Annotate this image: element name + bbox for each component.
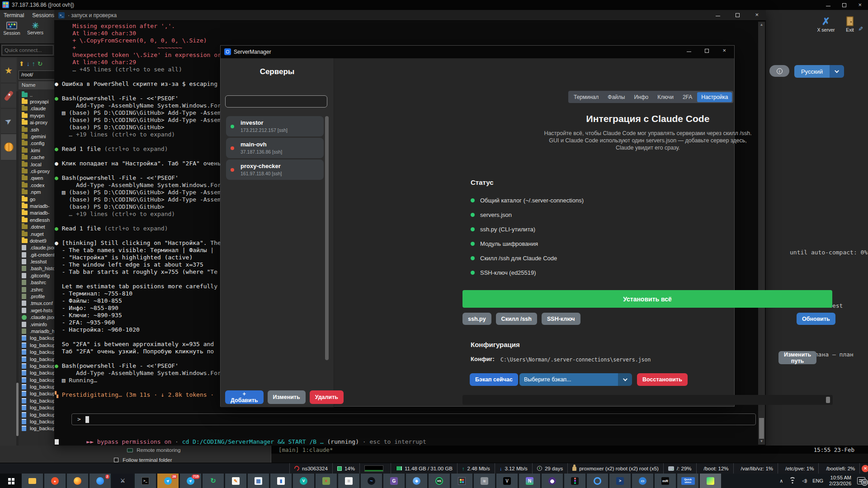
taskbar-app[interactable]: ⚔ [112, 474, 133, 488]
taskbar-app[interactable]: ~ [361, 474, 382, 488]
folder-up-icon[interactable]: ⬆ [19, 60, 24, 67]
minimize-icon[interactable] [716, 14, 720, 16]
taskbar-app[interactable]: ≈ [474, 474, 495, 488]
taskbar-app[interactable]: ▭ [632, 474, 653, 488]
scroll-down-icon[interactable]: ▼ [758, 438, 765, 445]
taskbar-app[interactable]: ↻ [203, 474, 224, 488]
taskbar-app[interactable] [564, 474, 585, 488]
maximize-icon[interactable] [842, 3, 846, 7]
language-dropdown[interactable]: Русский [794, 65, 844, 78]
taskbar-app[interactable]: >_ [135, 474, 156, 488]
quick-connect-input[interactable] [2, 45, 53, 55]
terminal-titlebar[interactable]: >_ · запуск и проверка × [54, 10, 766, 21]
taskbar-app[interactable]: ➤ 26 [157, 474, 179, 488]
x-server-button[interactable]: ✗ X server [816, 16, 836, 33]
taskbar-app[interactable] [700, 474, 721, 488]
change-path-button[interactable]: Изменить путь [778, 351, 816, 364]
add-server-button[interactable]: + Добавить [225, 390, 264, 404]
taskbar-app[interactable]: HS [429, 474, 450, 488]
taskbar-app[interactable]: V [293, 474, 314, 488]
tab[interactable]: 2FA [679, 92, 696, 102]
scrollbar-thumb[interactable] [826, 397, 830, 403]
taskbar-app[interactable]: ▮ [270, 474, 292, 488]
taskbar-app[interactable]: × [316, 474, 337, 488]
maximize-icon[interactable] [736, 13, 740, 17]
server-list-scrollbar[interactable] [325, 116, 329, 360]
notification-center-icon[interactable]: 32 [857, 477, 865, 484]
session-button[interactable]: Session [1, 22, 23, 42]
upload-icon[interactable]: ↑ [32, 60, 35, 67]
tab[interactable]: Терминал [570, 92, 603, 102]
server-list-item[interactable]: main-ovh 37.187.136.86 [ssh] [226, 138, 324, 158]
info-button[interactable]: i [769, 65, 789, 77]
install-all-button[interactable]: Установить всё [462, 290, 832, 308]
terminal-input-box[interactable]: > [71, 413, 756, 425]
taskbar-app[interactable]: G [383, 474, 405, 488]
menu-item[interactable]: Sessions [32, 12, 54, 19]
keyboard-language[interactable]: ENG [812, 478, 823, 483]
wifi-icon[interactable] [789, 478, 796, 483]
follow-terminal-folder-checkbox[interactable]: Follow terminal folder [114, 457, 172, 463]
taskbar-app[interactable]: mR [655, 474, 676, 488]
scrollbar-thumb[interactable] [759, 418, 764, 439]
tray-expand-icon[interactable]: ∧ [779, 478, 783, 484]
sftp-browser-tab[interactable] [1, 134, 16, 160]
menu-item[interactable]: Terminal [4, 12, 24, 19]
edit-server-button[interactable]: Изменить [268, 390, 306, 404]
download-icon[interactable]: ↓ [27, 60, 30, 67]
minimize-icon[interactable] [687, 49, 691, 52]
taskbar-app[interactable]: Quick utmo [677, 474, 698, 488]
tab[interactable]: Ключи [653, 92, 678, 102]
close-icon[interactable]: × [722, 48, 726, 53]
file-list-scrollbar[interactable] [16, 91, 19, 448]
tools-tab[interactable] [1, 84, 16, 108]
terminal-scrollbar[interactable]: ▲ ▼ [758, 22, 765, 445]
taskbar-app[interactable]: ▲ [44, 474, 66, 488]
tab[interactable]: Инфо [630, 92, 652, 102]
close-icon[interactable]: × [755, 13, 759, 17]
taskbar-app[interactable]: N [519, 474, 540, 488]
file-name: log_backup [30, 426, 55, 431]
refresh-icon[interactable]: ↻ [38, 60, 43, 67]
install-chip-button[interactable]: SSH-ключ [542, 313, 580, 325]
taskbar-app[interactable] [451, 474, 472, 488]
taskbar-app[interactable]: > [609, 474, 631, 488]
taskbar-app[interactable]: ✎ [225, 474, 246, 488]
refresh-button[interactable]: Обновить [797, 313, 835, 325]
taskbar-app[interactable]: ◈ [406, 474, 427, 488]
scroll-up-icon[interactable]: ▲ [758, 22, 765, 28]
taskbar-app[interactable]: V [496, 474, 518, 488]
taskbar-app[interactable]: ▦ [248, 474, 269, 488]
maximize-icon[interactable] [705, 49, 709, 53]
install-chip-button[interactable]: ssh.py [462, 313, 491, 325]
taskbar-app[interactable] [587, 474, 608, 488]
taskbar-app[interactable] [542, 474, 563, 488]
edit-icon[interactable]: ✎ [857, 26, 864, 31]
restore-button[interactable]: Восстановить [637, 373, 688, 386]
server-list-item[interactable]: proxy-checker 161.97.118.40 [ssh] [226, 160, 324, 180]
tab[interactable]: Настройка [697, 92, 732, 102]
server-list-item[interactable]: investor 173.212.212.157 [ssh] [226, 116, 324, 136]
backup-now-button[interactable]: Бэкап сейчас [470, 373, 518, 386]
taskbar-app[interactable]: 2 [90, 474, 111, 488]
terminal-line: + \.CopyFromScreen(0, 0, 0, 0, \.Size) [55, 37, 753, 44]
servers-button[interactable]: ✳ Servers [24, 22, 46, 42]
status-close-icon[interactable]: ✕ [862, 465, 868, 472]
taskbar-app[interactable] [22, 474, 43, 488]
green-dot-icon [471, 198, 475, 202]
clock[interactable]: 10:55 AM2/23/2026 [829, 475, 851, 487]
taskbar-app[interactable] [67, 474, 88, 488]
taskbar-app[interactable]: ➤ 715 [180, 474, 201, 488]
favorites-tab[interactable]: ★ [1, 58, 16, 83]
tab[interactable]: Файлы [604, 92, 629, 102]
server-search-input[interactable] [225, 95, 327, 108]
start-button[interactable] [0, 474, 22, 488]
minimize-icon[interactable] [826, 4, 830, 6]
taskbar-app[interactable]: ≡ [338, 474, 359, 488]
install-chip-button[interactable]: Скилл /ssh [496, 313, 537, 325]
speaker-icon[interactable]: ◁)) [802, 479, 807, 483]
close-icon[interactable]: × [858, 3, 862, 7]
backup-select[interactable]: Выберите бэкап... [519, 373, 632, 386]
sessions-tab[interactable]: ➤ [1, 109, 16, 134]
servermanager-titlebar[interactable]: ServerManager × [221, 46, 734, 58]
